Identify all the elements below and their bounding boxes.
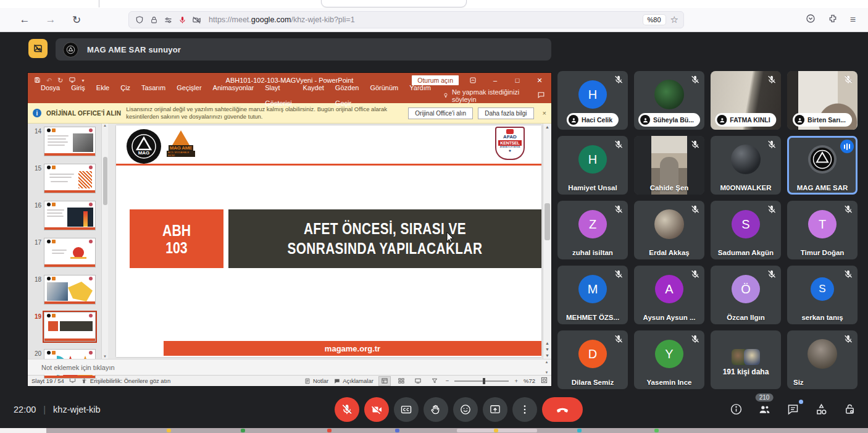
slide-thumbnail-18[interactable]	[44, 275, 96, 305]
forward-button[interactable]: →	[42, 11, 59, 28]
slide-vertical-scrollbar[interactable]: ▲ ▲▼▼	[543, 124, 551, 359]
ribbon-tab-ekle[interactable]: Ekle	[91, 80, 115, 111]
slide-thumbnail-19[interactable]	[44, 312, 96, 342]
participant-name: Siz	[793, 379, 854, 386]
maximize-button[interactable]: □	[509, 75, 525, 86]
zoom-slider[interactable]	[454, 380, 509, 382]
ribbon-display-options-icon[interactable]	[465, 75, 481, 86]
pocket-icon[interactable]	[806, 14, 816, 26]
participant-tile[interactable]: M0ONWALKER	[711, 136, 781, 195]
people-icon[interactable]: 210	[757, 402, 772, 417]
ribbon-tab-animasyonlar[interactable]: Animasyonlar	[207, 80, 260, 111]
normal-view-button[interactable]	[379, 377, 390, 385]
zoom-in-button[interactable]: +	[514, 377, 518, 384]
participant-tile[interactable]: Sserkan tanış	[787, 266, 858, 324]
participant-tile[interactable]: Süheyla Bü...	[634, 71, 704, 130]
fit-to-window-icon[interactable]	[541, 377, 548, 385]
meeting-details-icon[interactable]	[728, 402, 743, 417]
menu-icon[interactable]: ≡	[850, 14, 856, 25]
participant-tile[interactable]: MAG AME SAR	[787, 136, 858, 195]
slide-thumbnail-17[interactable]	[44, 238, 96, 267]
slide-thumbnail-16[interactable]	[44, 201, 96, 230]
slide-number: 18	[28, 275, 44, 283]
learn-more-button[interactable]: Daha fazla bilgi	[478, 107, 533, 119]
current-slide[interactable]: MAG MAG AME ACİL MÜDAHALE EKİBİ AFAD KEN…	[116, 125, 541, 357]
raise-hand-button[interactable]	[424, 397, 448, 422]
slide-sorter-view-button[interactable]	[396, 377, 407, 385]
slide-thumbnail-14[interactable]	[44, 127, 96, 156]
host-controls-icon[interactable]	[842, 402, 857, 417]
camera-blocked-icon[interactable]	[191, 14, 202, 25]
participant-tile[interactable]: AAysun Aysun ...	[634, 266, 704, 324]
participant-tile[interactable]: Zzuhal isiltan	[557, 201, 628, 259]
ribbon-tab-slayt-gösterisi[interactable]: Slayt Gösterisi	[259, 80, 297, 111]
participant-photo	[654, 209, 684, 239]
zoom-out-button[interactable]: −	[446, 377, 449, 384]
leave-call-button[interactable]	[542, 397, 583, 422]
participant-tile[interactable]: HHamiyet Unsal	[557, 136, 628, 195]
back-button[interactable]: ←	[16, 11, 33, 28]
notes-pane[interactable]: Not eklemek için tıklayın ▲▼	[28, 359, 551, 375]
mic-permission-icon[interactable]	[177, 14, 188, 25]
participant-tile[interactable]: DDilara Semiz	[557, 330, 628, 389]
ribbon-tab-görünüm[interactable]: Görünüm	[364, 80, 404, 111]
ribbon-tab-dosya[interactable]: Dosya	[35, 80, 65, 111]
participant-tile[interactable]: Birten Sarı...	[787, 71, 858, 130]
participant-tile[interactable]: HHaci Celik	[557, 71, 628, 130]
microphone-button[interactable]	[335, 397, 359, 422]
comments-icon[interactable]	[537, 91, 551, 100]
ribbon-tab-kaydet[interactable]: Kaydet	[298, 80, 330, 111]
url-text[interactable]: https://meet.google.com/khz-wjet-kib?pli…	[209, 15, 643, 24]
participant-tile[interactable]: 191 kişi daha	[711, 330, 781, 389]
chat-icon[interactable]	[785, 402, 800, 417]
ribbon-tab-yardım[interactable]: Yardım	[404, 80, 436, 111]
participant-tile[interactable]: YYasemin Ince	[634, 330, 704, 389]
participant-tile[interactable]: SSaduman Akgün	[711, 201, 781, 259]
shield-icon[interactable]	[134, 14, 145, 25]
more-options-button[interactable]	[512, 397, 537, 422]
participants-grid: HHaci CelikSüheyla Bü...FATMA KINLIBirte…	[557, 71, 858, 389]
reload-button[interactable]: ↻	[68, 11, 85, 28]
permissions-icon[interactable]	[162, 14, 173, 25]
ribbon-tab-çiz[interactable]: Çiz	[115, 80, 136, 111]
participant-tile[interactable]: ÖÖzcan Ilgın	[711, 266, 781, 324]
participant-tile[interactable]: TTimur Doğan	[787, 201, 858, 259]
notes-scrollbar[interactable]: ▲▼	[543, 360, 550, 374]
notes-toggle[interactable]: Notlar	[304, 377, 328, 384]
reading-view-button[interactable]	[412, 377, 424, 385]
participant-tile[interactable]: Erdal Akkaş	[634, 201, 704, 259]
activities-icon[interactable]	[814, 402, 828, 417]
lock-icon[interactable]	[148, 14, 159, 25]
participant-tile[interactable]: FATMA KINLI	[711, 71, 781, 130]
minimize-button[interactable]: –	[487, 75, 503, 86]
comments-toggle[interactable]: Açıklamalar	[334, 377, 373, 384]
close-button[interactable]: ✕	[532, 75, 548, 86]
bookmark-star-icon[interactable]: ☆	[670, 14, 678, 25]
page-zoom-indicator[interactable]: %80	[643, 15, 666, 25]
participant-name: Süheyla Bü...	[653, 116, 694, 124]
camera-button[interactable]	[364, 397, 389, 422]
presentation-visibility-button[interactable]	[28, 39, 48, 58]
ribbon-tab-gözden-geçir[interactable]: Gözden Geçir	[330, 80, 365, 111]
participant-tile[interactable]: MMEHMET ÖZS...	[557, 266, 628, 324]
extensions-icon[interactable]	[828, 14, 838, 26]
thumbnail-scrollbar[interactable]: ▲▼	[101, 124, 108, 359]
tell-me-box[interactable]: Ne yapmak istediğinizi söyleyin	[443, 88, 537, 103]
url-bar[interactable]: https://meet.google.com/khz-wjet-kib?pli…	[128, 11, 684, 28]
slideshow-view-button[interactable]	[429, 377, 440, 385]
ribbon-tab-geçişler[interactable]: Geçişler	[171, 80, 207, 111]
ribbon-tab-tasarım[interactable]: Tasarım	[136, 80, 171, 111]
ribbon-tab-giriş[interactable]: Giriş	[65, 80, 91, 111]
captions-button[interactable]	[394, 397, 419, 422]
participant-name: FATMA KINLI	[730, 116, 770, 124]
slide-thumbnail-15[interactable]	[44, 164, 96, 193]
present-now-button[interactable]	[483, 397, 507, 422]
participant-tile[interactable]: Siz	[787, 330, 858, 389]
zoom-level: %72	[524, 377, 535, 384]
participant-name: Hamiyet Unsal	[561, 184, 624, 191]
reactions-button[interactable]	[453, 397, 478, 422]
participant-avatar: M	[578, 275, 607, 303]
slide-footer-bar: magame.org.tr	[164, 341, 541, 356]
warning-close-icon[interactable]: ×	[543, 109, 546, 117]
participant-tile[interactable]: Cahide Şen	[634, 136, 704, 195]
